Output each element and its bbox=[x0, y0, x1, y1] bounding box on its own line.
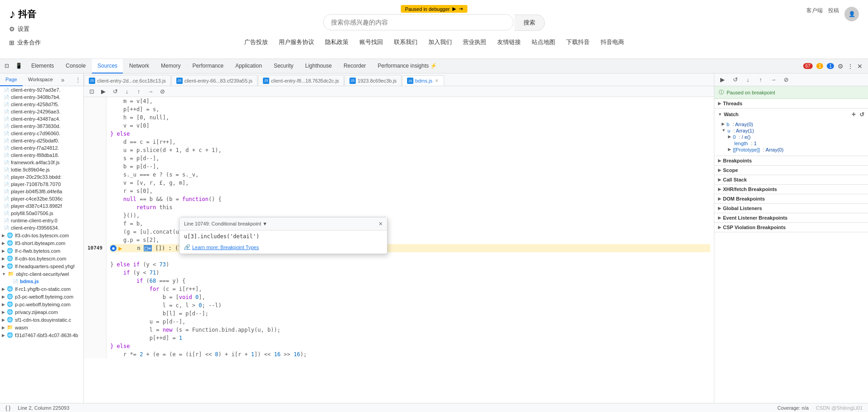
file-item[interactable]: 📄client-entry-f88dba18. bbox=[0, 152, 83, 159]
threads-header[interactable]: ▶ Threads bbox=[714, 99, 868, 108]
folder-item[interactable]: ▶🌐lf-headquarters-speed.yhgf bbox=[0, 262, 83, 270]
sidebar-more-button[interactable]: ⋮ bbox=[73, 74, 83, 86]
step-into-btn[interactable]: ↓ bbox=[743, 75, 752, 84]
expand-arrow[interactable]: ▼ bbox=[722, 128, 726, 132]
file-item[interactable]: 📄lottie.9c89b04e.js bbox=[0, 166, 83, 173]
step-into-icon[interactable]: ↓ bbox=[123, 88, 131, 96]
event-header[interactable]: ▶ Event Listener Breakpoints bbox=[714, 213, 868, 222]
code-content[interactable]: 10749 bbox=[84, 97, 714, 403]
step-btn[interactable]: → bbox=[769, 75, 778, 84]
folder-item[interactable]: ▶🌐privacy.zijieapi.com bbox=[0, 308, 83, 316]
scope-header[interactable]: ▶ Scope bbox=[714, 166, 868, 175]
close-tab-icon[interactable]: × bbox=[434, 78, 439, 84]
breakpoint-marker[interactable]: ● bbox=[110, 245, 116, 251]
nav-link-1[interactable]: 用户服务协议 bbox=[279, 38, 314, 46]
website-settings[interactable]: ⚙ 设置 bbox=[9, 25, 29, 33]
folder-item[interactable]: ▶🌐lf-rc1.yhgfb-cn-static.com bbox=[0, 285, 83, 293]
folder-item[interactable]: ▶🌐lf-cdn-tos.bytescm.com bbox=[0, 255, 83, 262]
kebab-menu-icon[interactable]: ⋮ bbox=[847, 63, 853, 70]
tab-elements[interactable]: Elements bbox=[26, 59, 59, 74]
file-item[interactable]: 📄player-20c29c33.bbdd: bbox=[0, 173, 83, 181]
tab-memory[interactable]: Memory bbox=[155, 59, 186, 74]
sidebar-tab-workspace[interactable]: Workspace bbox=[23, 74, 58, 86]
tab-security[interactable]: Security bbox=[268, 59, 299, 74]
folder-item[interactable]: ▶🌐lf3-short.ibyteapm.com bbox=[0, 239, 83, 247]
file-item[interactable]: 📄client-entry-4258d7f5. bbox=[0, 101, 83, 108]
breakpoint-popup-close[interactable]: × bbox=[379, 220, 383, 227]
tab-performance-insights[interactable]: Performance insights ⚡ bbox=[372, 59, 442, 74]
resume-execution-btn[interactable]: ▶ bbox=[718, 75, 727, 84]
step-icon[interactable]: → bbox=[146, 88, 155, 96]
file-item[interactable]: 📄client-entry-f3956634. bbox=[0, 224, 83, 231]
settings-gear-icon[interactable]: ⚙ bbox=[838, 63, 844, 70]
tab-console[interactable]: Console bbox=[60, 59, 91, 74]
nav-link-9[interactable]: 下载抖音 bbox=[566, 38, 590, 46]
top-right-link-1[interactable]: 投稿 bbox=[828, 7, 839, 21]
step-out-btn[interactable]: ↑ bbox=[756, 75, 765, 84]
file-item[interactable]: 📄client-entry-f7a24812. bbox=[0, 144, 83, 152]
file-item[interactable]: 📄client-entry-927ad3e7. bbox=[0, 86, 83, 93]
resume-icon[interactable]: ▶ bbox=[99, 88, 107, 96]
website-business[interactable]: ⊞ 业务合作 bbox=[9, 39, 41, 47]
file-item[interactable]: 📄client-entry-d25bdaf0. bbox=[0, 137, 83, 144]
folder-item-expanded[interactable]: ▼📁obj/rc-client-security/wel bbox=[0, 270, 83, 278]
file-tab-3[interactable]: JS 1923.8c69ec3b.js bbox=[344, 75, 402, 86]
expand-arrow[interactable]: ▶ bbox=[722, 122, 725, 126]
breakpoints-header[interactable]: ▶ Breakpoints bbox=[714, 156, 868, 165]
nav-link-5[interactable]: 加入我们 bbox=[428, 38, 452, 46]
tab-recorder[interactable]: Recorder bbox=[338, 59, 371, 74]
file-item[interactable]: 📄runtime-client-entry.0 bbox=[0, 217, 83, 224]
sidebar-tab-page[interactable]: Page bbox=[0, 74, 23, 86]
breakpoint-learn-more-link[interactable]: 🔗 Learn more: Breakpoint Types bbox=[179, 242, 387, 254]
file-item[interactable]: 📄client-entry-3873830d. bbox=[0, 123, 83, 130]
file-item[interactable]: 📄client-entry-24296ae3. bbox=[0, 108, 83, 115]
file-item[interactable]: 📄player-c4ce32be.5036c bbox=[0, 195, 83, 202]
tab-application[interactable]: Application bbox=[230, 59, 267, 74]
deactivate-btn[interactable]: ⊘ bbox=[781, 75, 790, 84]
file-tab-1[interactable]: JS client-entry-66...83.cf239a55.js bbox=[171, 75, 257, 86]
file-item[interactable]: 📄player-d387c413.8982f bbox=[0, 202, 83, 210]
nav-link-0[interactable]: 广告投放 bbox=[244, 38, 268, 46]
file-item[interactable]: 📄client-entry-3408b7b4. bbox=[0, 93, 83, 101]
expand-arrow[interactable]: ▶ bbox=[728, 147, 731, 152]
devtools-toggle-icon[interactable]: ⊡ bbox=[2, 59, 12, 74]
file-item-active[interactable]: 📄bdms.js bbox=[0, 278, 83, 285]
step-over-icon[interactable]: ⇥ bbox=[459, 6, 463, 12]
file-item[interactable]: 📄client-entry-43487ac4. bbox=[0, 115, 83, 123]
sidebar-tab-more[interactable]: » bbox=[58, 74, 68, 86]
folder-item[interactable]: ▶🌐p3-pc-weboff.byteimg.com bbox=[0, 293, 83, 300]
file-tab-bdms[interactable]: JS bdms.js × bbox=[402, 75, 444, 86]
folder-item[interactable]: ▶🌐p-pc-weboff.byteimg.com bbox=[0, 300, 83, 308]
step-out-icon[interactable]: ↑ bbox=[135, 88, 143, 96]
xhr-header[interactable]: ▶ XHR/fetch Breakpoints bbox=[714, 185, 868, 194]
toggle-panel-icon[interactable]: ⊡ bbox=[87, 88, 96, 96]
refresh-watch-icon[interactable]: ↺ bbox=[859, 111, 864, 118]
close-devtools-icon[interactable]: ✕ bbox=[857, 63, 863, 70]
nav-link-4[interactable]: 联系我们 bbox=[394, 38, 417, 46]
search-input[interactable] bbox=[323, 14, 514, 30]
dom-header[interactable]: ▶ DOM Breakpoints bbox=[714, 194, 868, 203]
search-button[interactable]: 搜索 bbox=[514, 15, 545, 31]
nav-link-7[interactable]: 友情链接 bbox=[497, 38, 521, 46]
deactivate-breakpoints-icon[interactable]: ⊘ bbox=[158, 88, 166, 96]
devtools-device-icon[interactable]: 📱 bbox=[13, 59, 25, 74]
watch-header[interactable]: ▼ Watch + ↺ bbox=[714, 108, 868, 120]
nav-link-8[interactable]: 站点地图 bbox=[532, 38, 555, 46]
resume-icon[interactable]: ▶ bbox=[452, 6, 456, 12]
step-over-btn[interactable]: ↺ bbox=[731, 75, 740, 84]
folder-item[interactable]: ▶🌐lf-c-fiwb.bytetos.com bbox=[0, 247, 83, 255]
expand-arrow[interactable]: ▶ bbox=[728, 134, 731, 139]
nav-link-10[interactable]: 抖音电商 bbox=[601, 38, 624, 46]
file-item[interactable]: 📄client-entry-c7d96060. bbox=[0, 130, 83, 137]
file-tab-2[interactable]: JS client-entry-f8...18.7635dc2c.js bbox=[258, 75, 344, 86]
folder-item[interactable]: ▶🌐lf3-cdn-tos.bytescm.com bbox=[0, 231, 83, 239]
add-watch-icon[interactable]: + bbox=[852, 110, 856, 118]
folder-item[interactable]: ▶📁wasm bbox=[0, 324, 83, 331]
user-avatar[interactable]: 👤 bbox=[844, 7, 859, 21]
callstack-header[interactable]: ▶ Call Stack bbox=[714, 175, 868, 184]
top-right-link-0[interactable]: 客户端 bbox=[806, 7, 823, 21]
folder-item[interactable]: ▶🌐sf1-cdn-tos.douyinstatic.c bbox=[0, 316, 83, 324]
file-item[interactable]: 📄polyfill.50a07506.js bbox=[0, 210, 83, 217]
nav-link-6[interactable]: 营业执照 bbox=[463, 38, 486, 46]
nav-link-3[interactable]: 账号找回 bbox=[359, 38, 383, 46]
